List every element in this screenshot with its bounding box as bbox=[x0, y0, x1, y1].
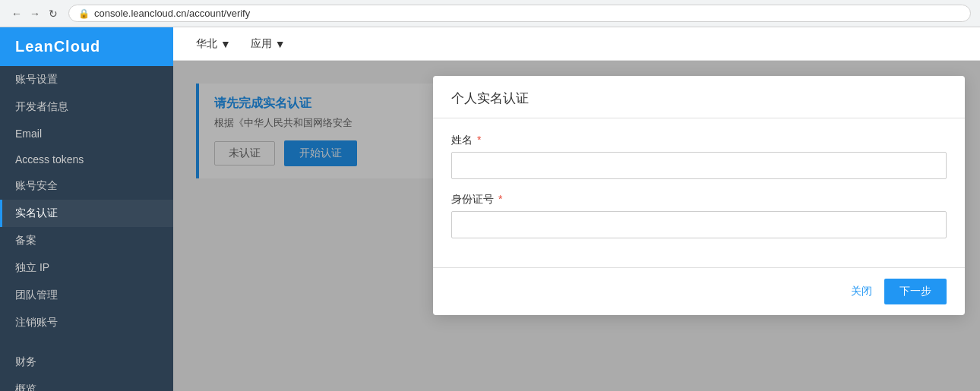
sidebar-filing-label: 备案 bbox=[15, 234, 36, 248]
sidebar-item-overview[interactable]: 概览 bbox=[0, 376, 173, 391]
id-required-mark: * bbox=[495, 193, 502, 205]
sidebar: LeanCloud 账号设置 开发者信息 Email Access tokens… bbox=[0, 27, 173, 391]
lock-icon: 🔒 bbox=[78, 8, 90, 19]
apps-label: 应用 bbox=[251, 37, 272, 51]
sidebar-item-developer-info[interactable]: 开发者信息 bbox=[0, 93, 173, 121]
sidebar-item-account-settings[interactable]: 账号设置 bbox=[0, 66, 173, 93]
main-content: 华北 ▼ 应用 ▼ 请先完成实名认证 根据《中华人民共和国网络安全 未认证 开始… bbox=[173, 27, 980, 391]
sidebar-item-real-name[interactable]: 实名认证 bbox=[0, 200, 173, 227]
sidebar-team-management-label: 团队管理 bbox=[15, 289, 58, 302]
modal-title: 个人实名认证 bbox=[433, 76, 965, 118]
next-button[interactable]: 下一步 bbox=[884, 279, 947, 304]
close-button[interactable]: 关闭 bbox=[851, 285, 872, 298]
name-input[interactable] bbox=[451, 152, 947, 179]
sidebar-real-name-label: 实名认证 bbox=[15, 207, 58, 220]
app-container: LeanCloud 账号设置 开发者信息 Email Access tokens… bbox=[0, 27, 980, 391]
modal-overlay: 个人实名认证 姓名 * 身份证号 * bbox=[173, 61, 980, 391]
sidebar-item-filing[interactable]: 备案 bbox=[0, 227, 173, 254]
sidebar-item-access-tokens[interactable]: Access tokens bbox=[0, 147, 173, 172]
top-nav: 华北 ▼ 应用 ▼ bbox=[173, 27, 980, 61]
modal-footer: 关闭 下一步 bbox=[433, 267, 965, 315]
form-group-name: 姓名 * bbox=[451, 134, 947, 179]
sidebar-item-account-security[interactable]: 账号安全 bbox=[0, 172, 173, 200]
browser-nav-buttons: ← → ↻ bbox=[9, 6, 61, 21]
sidebar-logo[interactable]: LeanCloud bbox=[0, 27, 173, 66]
url-text: console.leancloud.cn/account/verify bbox=[94, 8, 250, 19]
region-label: 华北 bbox=[196, 37, 217, 51]
sidebar-account-settings-label: 账号设置 bbox=[15, 73, 58, 87]
apps-chevron-icon: ▼ bbox=[275, 38, 286, 50]
modal-dialog: 个人实名认证 姓名 * 身份证号 * bbox=[433, 76, 965, 315]
address-bar[interactable]: 🔒 console.leancloud.cn/account/verify bbox=[68, 5, 971, 22]
sidebar-item-team-management[interactable]: 团队管理 bbox=[0, 282, 173, 309]
name-label: 姓名 * bbox=[451, 134, 947, 147]
name-required-mark: * bbox=[474, 134, 481, 146]
sidebar-email-label: Email bbox=[15, 128, 42, 140]
sidebar-item-deactivate[interactable]: 注销账号 bbox=[0, 309, 173, 336]
top-nav-region[interactable]: 华北 ▼ bbox=[188, 27, 239, 61]
sidebar-item-dedicated-ip[interactable]: 独立 IP bbox=[0, 254, 173, 282]
sidebar-account-security-label: 账号安全 bbox=[15, 179, 58, 193]
id-number-input[interactable] bbox=[451, 211, 947, 238]
modal-body: 姓名 * 身份证号 * bbox=[433, 118, 965, 267]
back-button[interactable]: ← bbox=[9, 6, 24, 21]
sidebar-overview-label: 概览 bbox=[15, 383, 36, 391]
sidebar-item-finance[interactable]: 财务 bbox=[0, 348, 173, 376]
forward-button[interactable]: → bbox=[27, 6, 43, 21]
sidebar-deactivate-label: 注销账号 bbox=[15, 316, 58, 330]
sidebar-item-email[interactable]: Email bbox=[0, 121, 173, 147]
sidebar-dedicated-ip-label: 独立 IP bbox=[15, 261, 49, 275]
refresh-button[interactable]: ↻ bbox=[46, 6, 61, 21]
top-nav-apps[interactable]: 应用 ▼ bbox=[243, 27, 293, 61]
form-group-id-number: 身份证号 * bbox=[451, 193, 947, 238]
sidebar-finance-label: 财务 bbox=[15, 355, 36, 369]
sidebar-access-tokens-label: Access tokens bbox=[15, 153, 84, 166]
content-area: 请先完成实名认证 根据《中华人民共和国网络安全 未认证 开始认证 个人实名认证 … bbox=[173, 61, 980, 391]
browser-chrome: ← → ↻ 🔒 console.leancloud.cn/account/ver… bbox=[0, 0, 980, 27]
region-chevron-icon: ▼ bbox=[220, 38, 231, 50]
id-number-label: 身份证号 * bbox=[451, 193, 947, 207]
sidebar-developer-info-label: 开发者信息 bbox=[15, 100, 68, 114]
